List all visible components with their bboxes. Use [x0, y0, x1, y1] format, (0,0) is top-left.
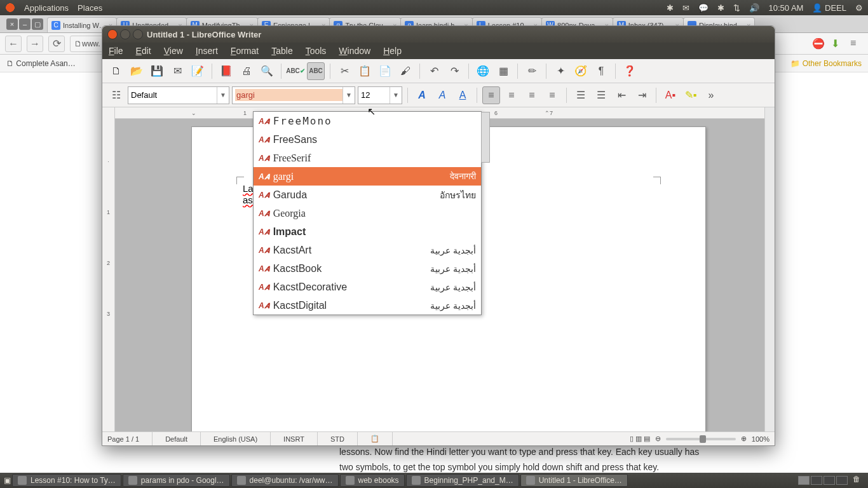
bt2-icon[interactable]: ✱	[717, 3, 724, 13]
taskbar-item[interactable]: Beginning_PHP_and_M…	[406, 474, 519, 487]
lo-close-icon[interactable]	[107, 29, 118, 39]
font-option[interactable]: A𝘼KacstArtأبجدية عربية	[254, 241, 481, 259]
paragraph-style-combo[interactable]: Default▼	[128, 86, 229, 104]
inc-indent-icon[interactable]: ⇥	[633, 86, 651, 104]
font-color-icon[interactable]: A▪	[661, 86, 679, 104]
open-icon[interactable]: 📂	[128, 62, 146, 80]
navigator-icon[interactable]: 🧭	[572, 62, 590, 80]
taskbar-item[interactable]: Untitled 1 - LibreOffice…	[520, 474, 628, 487]
edit-doc-icon[interactable]: 📝	[189, 62, 207, 80]
lo-titlebar[interactable]: Untitled 1 - LibreOffice Writer	[102, 26, 775, 43]
font-option[interactable]: A𝘼KacstDecorativeأبجدية عربية	[254, 278, 481, 296]
hyperlink-icon[interactable]: 🌐	[474, 62, 492, 80]
find-icon[interactable]: ✦	[552, 62, 569, 80]
taskbar-item[interactable]: web ebooks	[340, 474, 405, 487]
spellcheck-icon[interactable]: ABC✔	[287, 62, 304, 80]
font-option[interactable]: A𝘼FreeMono	[254, 112, 481, 130]
menu-edit[interactable]: Edit	[136, 46, 151, 56]
ubuntu-logo-icon[interactable]	[5, 3, 15, 13]
other-bookmarks[interactable]: 📁 Other Bookmarks	[790, 59, 862, 68]
numbering-icon[interactable]: ☰	[572, 86, 590, 104]
font-option[interactable]: A𝘼KacstDigitalأبجدية عربية	[254, 296, 481, 315]
applications-menu[interactable]: Applications	[24, 3, 69, 13]
zoom-percent[interactable]: 100%	[752, 435, 770, 443]
menu-window[interactable]: Window	[339, 46, 370, 56]
cut-icon[interactable]: ✂	[336, 62, 353, 80]
paste-icon[interactable]: 📄	[376, 62, 394, 80]
italic-icon[interactable]: A	[433, 86, 451, 104]
font-option[interactable]: A𝘼Georgia	[254, 204, 481, 222]
volume-icon[interactable]: 🔊	[749, 3, 759, 13]
view-layout-icon[interactable]: ▯ ▥ ▤	[630, 435, 650, 443]
taskbar-item[interactable]: params in pdo - Googl…	[123, 474, 230, 487]
align-left-icon[interactable]: ≡	[482, 86, 500, 104]
network-icon[interactable]: ⇅	[733, 3, 740, 13]
drawing-icon[interactable]: ✏	[523, 62, 541, 80]
more-icon[interactable]: »	[702, 86, 720, 104]
menu-help[interactable]: Help	[383, 46, 402, 56]
status-sig-icon[interactable]: 📋	[370, 432, 393, 445]
abp-icon[interactable]: ⛔	[812, 37, 825, 50]
zoom-out-icon[interactable]: ⊖	[655, 435, 661, 443]
menu-tools[interactable]: Tools	[306, 46, 327, 56]
status-insrt[interactable]: INSRT	[283, 432, 318, 445]
dec-indent-icon[interactable]: ⇤	[613, 86, 630, 104]
font-size-combo[interactable]: 12▼	[358, 86, 402, 104]
align-center-icon[interactable]: ≡	[503, 86, 520, 104]
menu-table[interactable]: Table	[271, 46, 292, 56]
taskbar-item[interactable]: Lesson #10: How to Ty…	[12, 474, 121, 487]
format-paint-icon[interactable]: 🖌	[397, 62, 414, 80]
clock[interactable]: 10:50 AM	[768, 3, 803, 13]
user-menu[interactable]: 👤 DEEL	[812, 3, 846, 13]
font-option[interactable]: A𝘼gargiदेवनागरी	[254, 167, 481, 186]
menu-file[interactable]: File	[109, 46, 123, 56]
status-page[interactable]: Page 1 / 1	[107, 432, 153, 445]
forward-button[interactable]: →	[27, 36, 43, 52]
font-option[interactable]: A𝘼FreeSerif	[254, 149, 481, 167]
bookmark-item[interactable]: 🗋 Complete Asan…	[6, 59, 76, 68]
font-name-combo[interactable]: ▼	[232, 86, 355, 104]
download-icon[interactable]: ⬇	[831, 37, 844, 50]
lo-min-icon[interactable]	[120, 29, 130, 39]
back-button[interactable]: ←	[5, 36, 22, 52]
align-justify-icon[interactable]: ≡	[543, 86, 561, 104]
win-max-icon[interactable]: ▢	[32, 18, 43, 30]
font-dropdown[interactable]: A𝘼FreeMonoA𝘼FreeSansA𝘼FreeSerifA𝘼gargiदे…	[253, 111, 482, 315]
font-name-input[interactable]	[235, 89, 342, 101]
font-option[interactable]: A𝘼FreeSans	[254, 130, 481, 149]
vertical-scrollbar[interactable]	[764, 107, 775, 431]
trash-icon[interactable]: 🗑	[853, 475, 864, 486]
menu-view[interactable]: View	[164, 46, 183, 56]
align-right-icon[interactable]: ≡	[523, 86, 541, 104]
chat-icon[interactable]: 💬	[698, 3, 709, 13]
underline-icon[interactable]: A	[454, 86, 471, 104]
reload-button[interactable]: ⟳	[48, 36, 65, 52]
win-min-icon[interactable]: –	[19, 18, 31, 30]
font-option[interactable]: A𝘼Garudaอักษรไทย	[254, 186, 481, 204]
preview-icon[interactable]: 🔍	[258, 62, 276, 80]
styles-icon[interactable]: ☷	[107, 86, 125, 104]
mail-icon[interactable]: ✉	[682, 3, 689, 13]
dropdown-scrollbar[interactable]	[481, 112, 490, 163]
copy-icon[interactable]: 📋	[356, 62, 374, 80]
autospell-icon[interactable]: ABC	[307, 62, 325, 80]
places-menu[interactable]: Places	[78, 3, 102, 13]
menu-insert[interactable]: Insert	[196, 46, 218, 56]
highlight-icon[interactable]: ✎▪	[682, 86, 700, 104]
power-icon[interactable]: ⚙	[855, 3, 863, 13]
show-desktop-icon[interactable]: ▣	[4, 476, 11, 485]
hamburger-icon[interactable]: ≡	[850, 37, 863, 50]
table-icon[interactable]: ▦	[494, 62, 512, 80]
email-icon[interactable]: ✉	[168, 62, 186, 80]
save-icon[interactable]: 💾	[148, 62, 166, 80]
lo-max-icon[interactable]	[133, 29, 143, 39]
workspace-switcher[interactable]	[798, 476, 848, 485]
font-option[interactable]: A𝘼Impact	[254, 222, 481, 241]
status-lang[interactable]: English (USA)	[214, 432, 271, 445]
win-close-icon[interactable]: ×	[6, 18, 18, 30]
help-icon[interactable]: ❓	[621, 62, 639, 80]
font-option[interactable]: A𝘼KacstBookأبجدية عربية	[254, 259, 481, 278]
taskbar-item[interactable]: deel@ubuntu: /var/ww…	[231, 474, 339, 487]
pdf-icon[interactable]: 📕	[217, 62, 235, 80]
bluetooth-icon[interactable]: ✱	[667, 3, 674, 13]
